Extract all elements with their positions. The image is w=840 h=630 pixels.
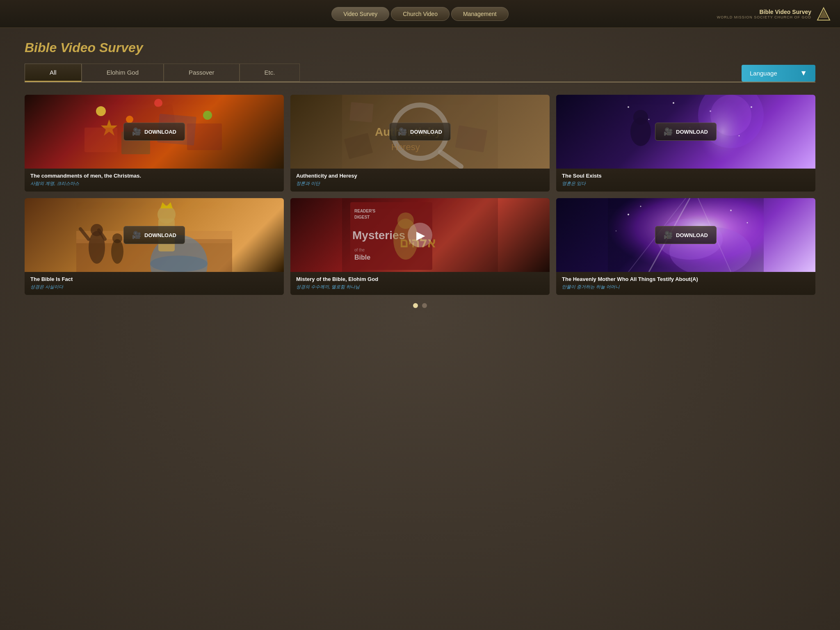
download-icon-3: 🎥: [664, 127, 673, 136]
download-button-2[interactable]: 🎥 DOWNLOAD: [389, 123, 451, 141]
svg-point-28: [751, 106, 752, 108]
video-title-6: The Heavenly Mother Who All Things Testi…: [562, 276, 810, 282]
nav-church-video[interactable]: Church Video: [391, 7, 450, 21]
video-info-2: Authenticity and Heresy 정론과 이단: [290, 169, 550, 192]
brand: Bible Video Survey WORLD MISSION SOCIETY…: [717, 6, 832, 22]
download-icon-1: 🎥: [132, 127, 141, 136]
video-thumb-3: 🎥 DOWNLOAD: [556, 95, 815, 169]
download-icon-4: 🎥: [132, 231, 141, 240]
svg-rect-7: [84, 128, 117, 152]
svg-point-4: [203, 111, 212, 120]
video-subtitle-1: 사람의 계명, 크리스마스: [30, 180, 278, 187]
download-icon-6: 🎥: [664, 231, 673, 240]
brand-text: Bible Video Survey WORLD MISSION SOCIETY…: [717, 9, 811, 19]
video-card-3[interactable]: 🎥 DOWNLOAD The Soul Exists 영혼은 있다: [556, 95, 815, 192]
language-label: Language: [750, 70, 777, 77]
video-info-6: The Heavenly Mother Who All Things Testi…: [556, 272, 815, 295]
download-button-1[interactable]: 🎥 DOWNLOAD: [123, 123, 185, 141]
video-title-1: The commandments of men, the Christmas.: [30, 173, 278, 179]
video-title-3: The Soul Exists: [562, 173, 810, 179]
svg-point-24: [673, 102, 674, 104]
video-info-3: The Soul Exists 영혼은 있다: [556, 169, 815, 192]
video-title-5: Mistery of the Bible, Elohim God: [296, 276, 544, 282]
video-thumb-2: Authenticity Heresy 🎥 DOWNLOAD: [290, 95, 550, 169]
chevron-down-icon: ▼: [800, 69, 807, 78]
category-tabs: All Elohim God Passover Etc.: [25, 64, 742, 82]
svg-point-5: [126, 116, 133, 123]
video-thumb-4: 🎥 DOWNLOAD: [25, 198, 284, 272]
tab-passover[interactable]: Passover: [164, 64, 240, 82]
svg-point-2: [96, 106, 106, 116]
svg-point-3: [154, 99, 162, 107]
main-content: Bible Video Survey All Elohim God Passov…: [0, 28, 840, 320]
play-icon-5: ▶: [416, 228, 425, 242]
download-button-6[interactable]: 🎥 DOWNLOAD: [655, 226, 717, 244]
svg-point-30: [633, 110, 648, 125]
video-subtitle-6: 만물이 증거하는 하늘 어머니: [562, 284, 810, 290]
video-info-4: The Bible Is Fact 성경은 사실이다: [25, 272, 284, 295]
svg-point-35: [150, 256, 208, 272]
svg-point-23: [648, 119, 650, 120]
video-subtitle-2: 정론과 이단: [296, 180, 544, 187]
video-info-5: Mistery of the Bible, Elohim God 성경의 수수께…: [290, 272, 550, 295]
page-dot-2[interactable]: [422, 303, 427, 308]
download-button-3[interactable]: 🎥 DOWNLOAD: [655, 123, 717, 141]
video-title-2: Authenticity and Heresy: [296, 173, 544, 179]
svg-point-59: [628, 214, 629, 215]
brand-title: Bible Video Survey: [717, 9, 811, 15]
video-grid: 🎥 DOWNLOAD The commandments of men, the …: [25, 95, 815, 295]
play-button-5[interactable]: ▶: [408, 223, 432, 247]
video-subtitle-4: 성경은 사실이다: [30, 284, 278, 290]
tab-elohim-god[interactable]: Elohim God: [82, 64, 164, 82]
download-label-4: DOWNLOAD: [144, 232, 176, 238]
video-thumb-6: 🎥 DOWNLOAD: [556, 198, 815, 272]
download-icon-2: 🎥: [398, 127, 407, 136]
main-nav: Video Survey Church Video Management: [331, 7, 508, 21]
download-label-1: DOWNLOAD: [144, 129, 176, 135]
svg-marker-38: [160, 202, 173, 208]
tab-all[interactable]: All: [25, 64, 82, 82]
video-card-4[interactable]: 🎥 DOWNLOAD The Bible Is Fact 성경은 사실이다: [25, 198, 284, 295]
svg-point-61: [730, 210, 732, 211]
video-card-5[interactable]: READER'S DIGEST Mysteries of the Bible א…: [290, 198, 550, 295]
download-label-2: DOWNLOAD: [410, 129, 442, 135]
nav-management[interactable]: Management: [451, 7, 509, 21]
pagination: [25, 303, 815, 308]
svg-point-42: [112, 233, 122, 243]
brand-subtitle: WORLD MISSION SOCIETY CHURCH OF GOD: [717, 15, 811, 19]
svg-rect-19: [349, 102, 374, 123]
video-info-1: The commandments of men, the Christmas. …: [25, 169, 284, 192]
svg-point-63: [616, 231, 616, 231]
nav-video-survey[interactable]: Video Survey: [331, 7, 389, 21]
video-title-4: The Bible Is Fact: [30, 276, 278, 282]
video-card-1[interactable]: 🎥 DOWNLOAD The commandments of men, the …: [25, 95, 284, 192]
download-button-4[interactable]: 🎥 DOWNLOAD: [123, 226, 185, 244]
language-dropdown[interactable]: Language ▼: [742, 65, 815, 82]
page-dot-1[interactable]: [413, 303, 418, 308]
video-thumb-1: 🎥 DOWNLOAD: [25, 95, 284, 169]
svg-point-60: [640, 206, 641, 207]
download-label-6: DOWNLOAD: [676, 232, 708, 238]
brand-logo-icon: [815, 6, 832, 22]
page-title: Bible Video Survey: [25, 40, 815, 55]
video-card-6[interactable]: 🎥 DOWNLOAD The Heavenly Mother Who All T…: [556, 198, 815, 295]
video-subtitle-5: 성경의 수수께끼, 엘로힘 하나님: [296, 284, 544, 290]
tab-etc[interactable]: Etc.: [240, 64, 300, 82]
svg-text:Heresy: Heresy: [391, 142, 420, 152]
header: Video Survey Church Video Management Bib…: [0, 0, 840, 28]
svg-point-22: [628, 106, 629, 108]
svg-point-62: [747, 222, 748, 224]
download-label-3: DOWNLOAD: [676, 129, 708, 135]
video-card-2[interactable]: Authenticity Heresy 🎥 DOWNLOAD Authentic…: [290, 95, 550, 192]
video-subtitle-3: 영혼은 있다: [562, 180, 810, 187]
video-thumb-5: READER'S DIGEST Mysteries of the Bible א…: [290, 198, 550, 272]
